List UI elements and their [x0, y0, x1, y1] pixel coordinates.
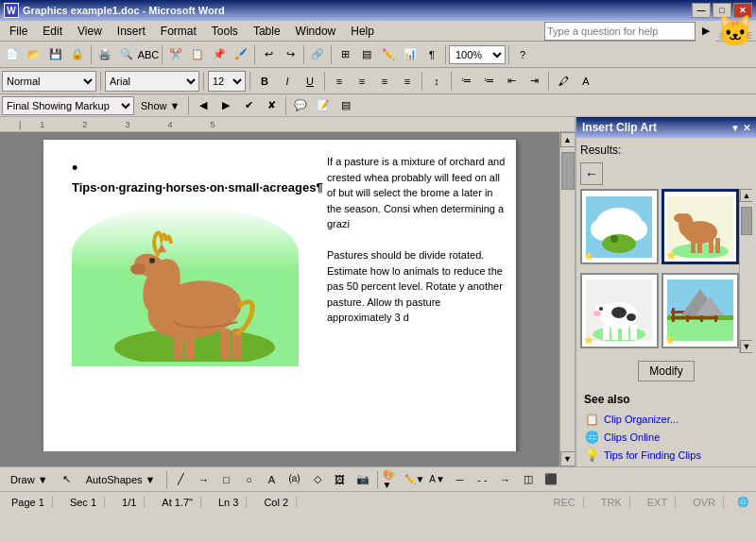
highlight-button[interactable]: 🖍	[553, 71, 574, 92]
next-change-button[interactable]: ▶	[215, 95, 236, 116]
number-list-button[interactable]: ≔	[478, 71, 499, 92]
hyperlink-button[interactable]: 🔗	[307, 44, 328, 65]
rect-button[interactable]: □	[216, 469, 237, 490]
reviewing-pane-button[interactable]: ▤	[335, 95, 356, 116]
menu-file[interactable]: File	[2, 23, 35, 40]
fill-color-button[interactable]: 🎨▼	[382, 469, 403, 490]
menu-insert[interactable]: Insert	[110, 23, 153, 40]
dash-style-button[interactable]: - -	[472, 469, 493, 490]
clip-item-2[interactable]: ⭐	[662, 189, 740, 264]
see-also-tips[interactable]: 💡 Tips for Finding Clips	[584, 448, 748, 463]
comment-button[interactable]: 💬	[290, 95, 311, 116]
clip-panel-collapse[interactable]: ▼	[730, 123, 740, 133]
clip-item-3[interactable]: ⭐	[580, 273, 659, 348]
draw-menu-button[interactable]: Draw ▼	[4, 469, 55, 490]
decrease-indent-button[interactable]: ⇤	[501, 71, 522, 92]
arrow-button[interactable]: →	[194, 469, 215, 490]
font-color-button[interactable]: A	[576, 71, 596, 92]
justify-button[interactable]: ≡	[397, 71, 418, 92]
clip-scroll-down[interactable]: ▼	[740, 340, 752, 353]
clip-panel-close[interactable]: ✕	[743, 123, 750, 133]
align-left-button[interactable]: ≡	[329, 71, 350, 92]
clip-scroll-track[interactable]	[740, 202, 752, 340]
new-button[interactable]: 📄	[2, 44, 23, 65]
revision-mode-select[interactable]: Final Showing Markup	[2, 96, 134, 115]
modify-button[interactable]: Modify	[638, 361, 695, 381]
undo-button[interactable]: ↩	[258, 44, 279, 65]
oval-button[interactable]: ○	[239, 469, 260, 490]
redo-button[interactable]: ↪	[280, 44, 301, 65]
show-hide-button[interactable]: ¶	[421, 44, 442, 65]
paste-button[interactable]: 📌	[209, 44, 230, 65]
open-button[interactable]: 📂	[24, 44, 44, 65]
minimize-button[interactable]: —	[692, 3, 711, 18]
prev-change-button[interactable]: ◀	[193, 95, 214, 116]
bullet-list-button[interactable]: ≔	[455, 71, 476, 92]
diagram-button[interactable]: ◇	[307, 469, 328, 490]
see-also-clips-online[interactable]: 🌐 Clips Online	[584, 430, 748, 445]
style-select[interactable]: Normal	[2, 71, 96, 92]
see-also-clip-organizer[interactable]: 📋 Clip Organizer...	[584, 412, 748, 427]
scroll-track[interactable]	[560, 147, 576, 451]
clip-item-1[interactable]: ⭐	[580, 189, 659, 264]
italic-button[interactable]: I	[277, 71, 298, 92]
font-color-button2[interactable]: A▼	[427, 469, 448, 490]
clip-item-4-icon: ⭐	[665, 336, 675, 345]
cursor-button[interactable]: ↖	[57, 469, 77, 490]
spell-button[interactable]: ABC	[138, 44, 159, 65]
accept-button[interactable]: ✔	[238, 95, 259, 116]
print-button[interactable]: 🖨️	[94, 44, 115, 65]
menu-edit[interactable]: Edit	[35, 23, 70, 40]
back-button[interactable]: ←	[580, 162, 603, 185]
table-button[interactable]: ⊞	[335, 44, 355, 65]
clip-scroll-up[interactable]: ▲	[740, 189, 752, 202]
track-changes-button[interactable]: 📝	[313, 95, 334, 116]
menu-table[interactable]: Table	[246, 23, 288, 40]
clipart-button[interactable]: 🖼	[330, 469, 351, 490]
line-button[interactable]: ╱	[171, 469, 192, 490]
arrow-style-button[interactable]: →	[495, 469, 516, 490]
drawing-button[interactable]: ✏️	[378, 44, 399, 65]
show-button[interactable]: Show ▼	[136, 95, 184, 116]
wordart-button[interactable]: ⒜	[284, 469, 305, 490]
reject-button[interactable]: ✘	[261, 95, 282, 116]
shadow-button[interactable]: ◫	[518, 469, 539, 490]
help-search[interactable]	[544, 22, 696, 41]
align-right-button[interactable]: ≡	[374, 71, 395, 92]
menu-view[interactable]: View	[70, 23, 110, 40]
columns-button[interactable]: ▤	[356, 44, 377, 65]
help-button[interactable]: ?	[512, 44, 533, 65]
3d-button[interactable]: ⬛	[541, 469, 561, 490]
print-preview-button[interactable]: 🔍	[116, 44, 137, 65]
textbox-button[interactable]: A	[262, 469, 283, 490]
align-center-button[interactable]: ≡	[352, 71, 372, 92]
line-spacing-button[interactable]: ↕	[426, 71, 447, 92]
autoshapes-button[interactable]: AutoShapes ▼	[79, 469, 163, 490]
increase-indent-button[interactable]: ⇥	[524, 71, 544, 92]
zoom-select[interactable]: 100%	[449, 45, 506, 64]
format-painter-button[interactable]: 🖌️	[231, 44, 251, 65]
permission-button[interactable]: 🔒	[67, 44, 88, 65]
help-search-button[interactable]: ▶	[696, 21, 716, 42]
cut-button[interactable]: ✂️	[165, 44, 186, 65]
clip-scroll-thumb[interactable]	[741, 207, 752, 235]
scroll-thumb[interactable]	[561, 152, 575, 190]
menu-format[interactable]: Format	[153, 23, 204, 40]
save-button[interactable]: 💾	[45, 44, 66, 65]
image-button[interactable]: 📷	[352, 469, 373, 490]
underline-button[interactable]: U	[300, 71, 320, 92]
doc-map-button[interactable]: 📊	[400, 44, 421, 65]
menu-tools[interactable]: Tools	[204, 23, 246, 40]
menu-window[interactable]: Window	[288, 23, 344, 40]
bold-button[interactable]: B	[254, 71, 275, 92]
font-select[interactable]: Arial	[105, 71, 199, 92]
font-size-select[interactable]: 12	[208, 71, 246, 92]
line-color-button[interactable]: ✏️▼	[404, 469, 425, 490]
draw-sep1	[166, 470, 167, 489]
scroll-up-button[interactable]: ▲	[560, 132, 576, 147]
copy-button[interactable]: 📋	[187, 44, 208, 65]
menu-help[interactable]: Help	[343, 23, 382, 40]
line-style-button[interactable]: ─	[450, 469, 471, 490]
clip-item-4[interactable]: ⭐	[662, 273, 740, 348]
scroll-down-button[interactable]: ▼	[560, 451, 576, 466]
